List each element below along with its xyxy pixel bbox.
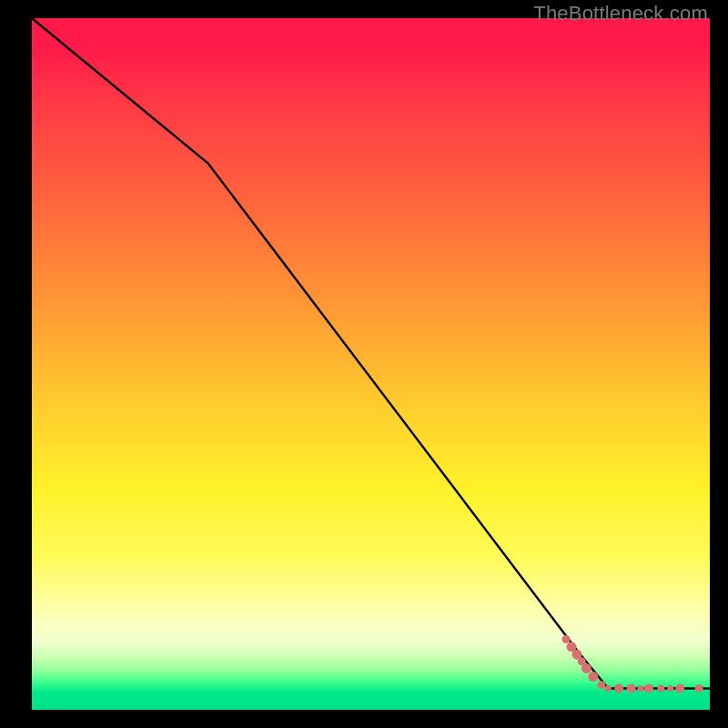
data-point bbox=[597, 681, 605, 689]
data-point bbox=[675, 683, 684, 693]
data-point bbox=[588, 672, 598, 682]
data-point bbox=[638, 685, 644, 692]
data-point bbox=[614, 683, 623, 693]
bottleneck-curve bbox=[32, 18, 710, 688]
data-point bbox=[562, 635, 571, 643]
data-point bbox=[581, 663, 592, 673]
data-point bbox=[695, 684, 703, 693]
data-point bbox=[605, 685, 612, 692]
chart-stage: TheBottleneck.com bbox=[0, 0, 728, 728]
chart-overlay bbox=[32, 18, 710, 710]
data-point bbox=[644, 683, 653, 693]
data-point bbox=[667, 685, 673, 692]
data-point bbox=[657, 684, 664, 692]
data-point bbox=[627, 683, 636, 693]
